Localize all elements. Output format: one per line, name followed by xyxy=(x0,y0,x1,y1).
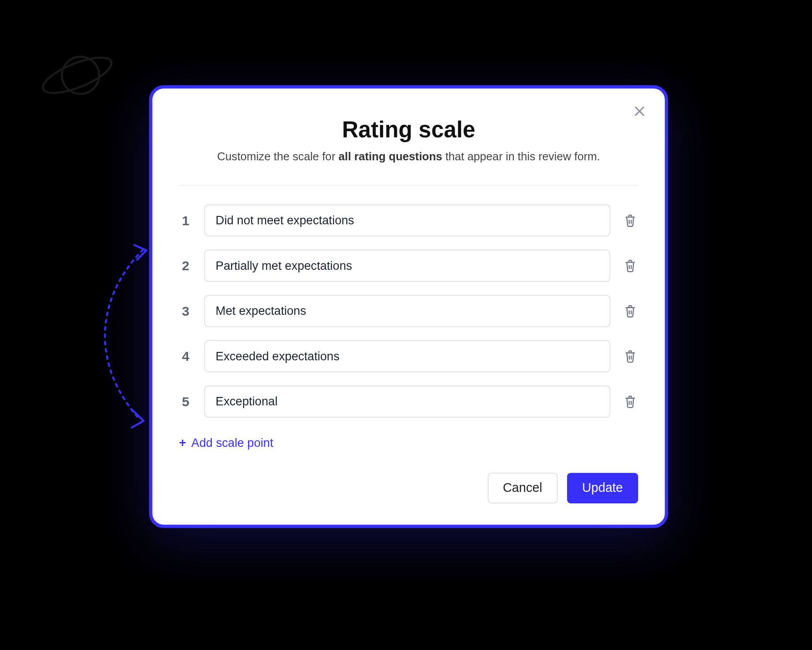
scale-row: 1 xyxy=(179,204,639,236)
divider xyxy=(179,185,639,186)
scale-input[interactable] xyxy=(204,340,610,372)
scale-number: 4 xyxy=(179,348,192,364)
scale-row: 4 xyxy=(179,340,639,372)
scale-rows: 1 2 3 4 5 xyxy=(179,204,639,418)
trash-icon xyxy=(624,259,636,272)
update-button[interactable]: Update xyxy=(567,473,638,503)
trash-icon xyxy=(624,214,636,227)
cancel-button[interactable]: Cancel xyxy=(488,473,558,503)
scale-number: 5 xyxy=(179,394,192,409)
add-scale-point-label: Add scale point xyxy=(192,436,274,450)
delete-button[interactable] xyxy=(622,348,638,364)
scale-row: 5 xyxy=(179,385,639,417)
rating-scale-modal: Rating scale Customize the scale for all… xyxy=(149,85,668,528)
delete-button[interactable] xyxy=(622,212,638,228)
close-icon xyxy=(635,106,644,116)
close-button[interactable] xyxy=(632,103,647,119)
trash-icon xyxy=(624,395,636,408)
modal-footer: Cancel Update xyxy=(179,473,639,503)
modal-title: Rating scale xyxy=(179,117,639,143)
delete-button[interactable] xyxy=(622,393,638,409)
planet-icon xyxy=(37,45,117,108)
trash-icon xyxy=(624,350,636,363)
add-scale-point-button[interactable]: + Add scale point xyxy=(179,436,274,450)
scale-input[interactable] xyxy=(204,204,610,236)
scale-input[interactable] xyxy=(204,385,610,417)
arrow-decoration xyxy=(80,240,153,435)
trash-icon xyxy=(624,304,636,317)
scale-row: 3 xyxy=(179,295,639,327)
scale-number: 3 xyxy=(179,303,192,319)
scale-number: 2 xyxy=(179,258,192,273)
scale-number: 1 xyxy=(179,213,192,228)
scale-input[interactable] xyxy=(204,295,610,327)
delete-button[interactable] xyxy=(622,258,638,274)
scale-row: 2 xyxy=(179,250,639,282)
modal-subtitle: Customize the scale for all rating quest… xyxy=(179,151,639,164)
plus-icon: + xyxy=(179,436,186,450)
scale-input[interactable] xyxy=(204,250,610,282)
delete-button[interactable] xyxy=(622,303,638,319)
